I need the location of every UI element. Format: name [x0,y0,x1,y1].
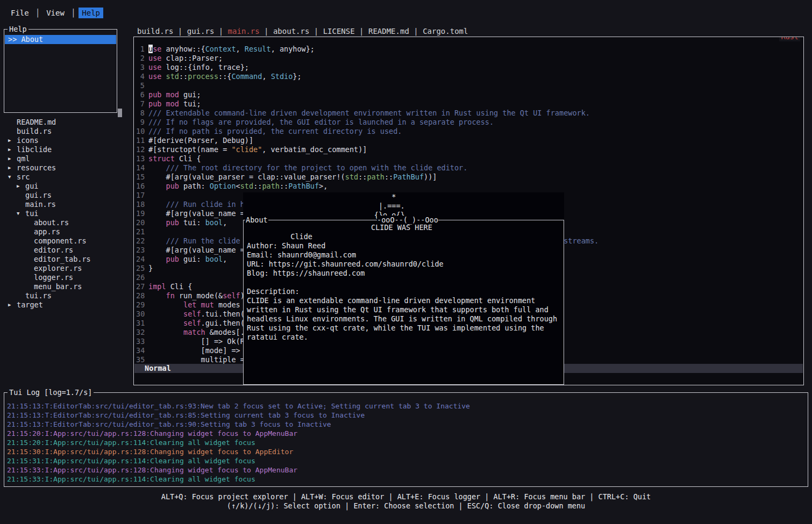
code-line[interactable]: 15 #[arg(value_parser = clap::value_pars… [136,173,803,182]
chevron-right-icon: ▶ [8,163,17,173]
explorer-item-about.rs[interactable]: about.rs [4,218,130,227]
menu-separator: │ [71,9,75,17]
explorer-item-logger.rs[interactable]: logger.rs [4,273,130,282]
about-description-line: written in Rust using the Qt UI framewor… [247,305,564,314]
chevron-right-icon: ▶ [8,154,17,163]
line-number: 22 [136,236,145,246]
about-app-name: Clide [290,232,312,241]
explorer-item-editor_tab.rs[interactable]: editor_tab.rs [4,255,130,264]
menu-item-help[interactable]: Help [79,8,103,18]
text-cursor: u [148,45,153,53]
chevron-right-icon: ▶ [17,182,25,191]
explorer-item-editor.rs[interactable]: editor.rs [4,246,130,255]
chevron-right-icon: ▶ [8,145,17,154]
explorer-item-gui[interactable]: ▶gui [4,182,130,191]
code-line[interactable]: 1use anyhow::{Context, Result, anyhow}; [136,45,803,54]
about-description-line: Rust using the cxx-qt crate, while the T… [247,324,564,333]
tab-separator: | [309,27,323,35]
tab-separator: | [409,27,423,35]
log-list: 21:15:13:T:EditorTab:src/tui/editor_tab.… [4,393,808,484]
line-number: 12 [136,145,145,154]
explorer-item-label: component.rs [34,236,87,246]
line-number: 14 [136,163,145,173]
explorer-item-label: qml [17,154,30,163]
about-description-line: CLIDE is an extendable command-line driv… [247,296,564,305]
explorer-item-icons[interactable]: ▶icons [4,136,130,145]
code-line[interactable]: 6pub mod gui; [136,90,803,99]
explorer-item-label: icons [17,136,39,145]
line-number: 26 [136,273,145,282]
explorer-item-src[interactable]: ▼src [4,173,130,182]
explorer-item-main.rs[interactable]: main.rs [4,200,130,209]
explorer-item-README.md[interactable]: README.md [4,118,130,127]
footer-shortcuts-line2: (↑/k)/(↓/j): Select option | Enter: Choo… [0,501,812,511]
explorer-item-label: logger.rs [34,273,73,282]
explorer-item-qml[interactable]: ▶qml [4,154,130,163]
explorer-item-component.rs[interactable]: component.rs [4,236,130,246]
explorer-item-libclide[interactable]: ▶libclide [4,145,130,154]
line-number: 8 [136,109,145,118]
line-number: 13 [136,154,145,163]
line-number: 3 [136,63,145,72]
log-panel-title: Tui Log [log=1.7/s] [8,388,94,397]
code-line[interactable]: 3use log::{info, trace}; [136,63,803,72]
code-line[interactable]: 5 [136,81,803,90]
tab-separator: | [355,27,368,35]
editor-tab-LICENSE[interactable]: LICENSE [323,27,355,35]
chevron-down-icon: ▼ [17,209,25,218]
code-line[interactable]: 4use std::process::{Command, Stdio}; [136,72,803,81]
menu-item-file[interactable]: File [8,8,32,18]
explorer-item-label: tui.rs [25,291,52,300]
code-line[interactable]: 12#[structopt(name = "clide", verbatim_d… [136,145,803,154]
code-line[interactable]: 11#[derive(Parser, Debug)] [136,136,803,145]
editor-tab-build.rs[interactable]: build.rs [137,27,173,35]
log-entry: 21:15:13:T:EditorTab:src/tui/editor_tab.… [7,411,808,420]
explorer-item-label: gui.rs [25,191,52,200]
menu-item-view[interactable]: View [43,8,68,18]
help-dropdown-title: Help [8,25,29,34]
code-line[interactable]: 13struct Cli { [136,154,803,163]
line-number: 23 [136,246,145,255]
explorer-item-explorer.rs[interactable]: explorer.rs [4,264,130,273]
line-number: 4 [136,72,145,81]
explorer-item-tui.rs[interactable]: tui.rs [4,291,130,300]
line-number: 24 [136,255,145,264]
line-number: 9 [136,118,145,127]
about-banner: CLIDE WAS HERE [371,223,432,232]
line-number: 10 [136,127,145,136]
code-line[interactable]: 10/// If no path is provided, the curren… [136,127,803,136]
code-line[interactable]: 2use clap::Parser; [136,54,803,63]
explorer-item-menu_bar.rs[interactable]: menu_bar.rs [4,282,130,291]
code-line[interactable]: 14 /// The root directory for the projec… [136,163,803,173]
help-menu-item-about[interactable]: >> About [5,35,116,44]
line-number: 15 [136,173,145,182]
code-line[interactable]: 7pub mod tui; [136,99,803,109]
explorer-item-tui[interactable]: ▼tui [4,209,130,218]
line-number: 1 [136,45,145,54]
editor-tab-about.rs[interactable]: about.rs [273,27,309,35]
chevron-down-icon: ▼ [8,173,17,182]
explorer-item-gui.rs[interactable]: gui.rs [4,191,130,200]
explorer-item-label: libclide [17,145,52,154]
code-line[interactable]: 9/// If no flags are provided, the GUI e… [136,118,803,127]
about-field: URL: https://git.shaunreed.com/shaunrd0/… [247,260,564,269]
tab-separator: | [214,27,227,35]
code-line[interactable]: 16 pub path: Option<std::path::PathBuf>, [136,182,803,191]
editor-tab-main.rs[interactable]: main.rs [228,27,260,35]
explorer-item-build.rs[interactable]: build.rs [4,127,130,136]
about-fields: Author: Shaun ReedEmail: shaunrd0@gmail.… [247,241,564,278]
help-dropdown: Help >> About [4,29,117,113]
editor-tab-README.md[interactable]: README.md [368,27,409,35]
editor-tab-Cargo.toml[interactable]: Cargo.toml [423,27,468,35]
code-line[interactable]: 8/// Extendable command-line driven deve… [136,109,803,118]
line-number: 19 [136,209,145,218]
explorer-item-app.rs[interactable]: app.rs [4,227,130,236]
clide-tui-app: File│View│Help Help >> About README.mdbu… [0,0,812,524]
explorer-item-target[interactable]: ▶target [4,300,130,310]
line-number: 31 [136,319,145,328]
explorer-item-resources[interactable]: ▶resources [4,163,130,173]
editor-tab-gui.rs[interactable]: gui.rs [187,27,215,35]
explorer-item-label: app.rs [34,227,60,236]
scrollbar-thumb[interactable] [118,109,122,117]
tab-separator: | [260,27,273,35]
